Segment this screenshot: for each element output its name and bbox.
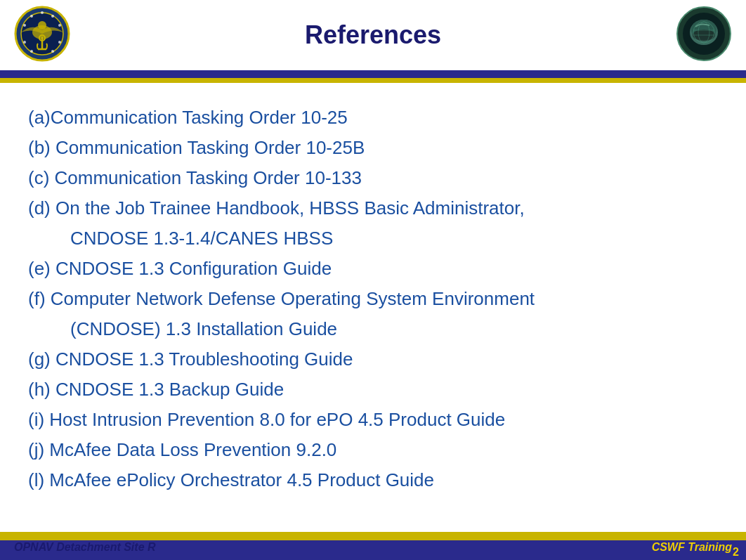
ref-item-a: (a)Communication Tasking Order 10-25 <box>28 104 718 131</box>
ref-item-f: (f) Computer Network Defense Operating S… <box>28 285 718 313</box>
helmet-logo <box>676 6 732 62</box>
ref-item-e: (e) CNDOSE 1.3 Configuration Guide <box>28 255 718 282</box>
header: References <box>0 0 746 70</box>
ref-item-j: (j) McAfee Data Loss Prevention 9.2.0 <box>28 436 718 464</box>
ref-item-c: (c) Communication Tasking Order 10-133 <box>28 164 718 192</box>
ref-item-l: (l) McAfee ePolicy Orchestrator 4.5 Prod… <box>28 467 718 494</box>
references-content: (a)Communication Tasking Order 10-25 (b)… <box>0 83 746 532</box>
svg-point-12 <box>30 50 33 53</box>
ref-item-d: (d) On the Job Trainee Handbook, HBSS Ba… <box>28 195 718 222</box>
slide: References (a)Communi <box>0 0 746 560</box>
svg-point-10 <box>58 41 61 44</box>
ref-item-b: (b) Communication Tasking Order 10-25B <box>28 134 718 162</box>
ref-item-f2: (CNDOSE) 1.3 Installation Guide <box>28 315 718 343</box>
svg-point-13 <box>23 41 26 44</box>
ref-item-g: (g) CNDOSE 1.3 Troubleshooting Guide <box>28 346 718 373</box>
svg-point-15 <box>30 15 33 18</box>
footer: OPNAV Detachment Site R CSWF Training 2 <box>0 532 746 560</box>
svg-point-8 <box>51 15 54 18</box>
page-title: References <box>305 20 441 50</box>
svg-point-11 <box>51 50 54 53</box>
svg-point-7 <box>41 11 44 14</box>
header-divider <box>0 70 746 83</box>
footer-right-text: CSWF Training <box>652 538 732 554</box>
svg-point-3 <box>38 21 46 30</box>
ref-item-i: (i) Host Intrusion Prevention 8.0 for eP… <box>28 406 718 434</box>
svg-point-14 <box>23 24 26 27</box>
svg-point-9 <box>58 24 61 27</box>
footer-left-text: OPNAV Detachment Site R <box>14 538 156 554</box>
navy-seal-logo <box>14 6 70 62</box>
ref-item-h: (h) CNDOSE 1.3 Backup Guide <box>28 376 718 403</box>
ref-item-d2: CNDOSE 1.3-1.4/CANES HBSS <box>28 225 718 252</box>
page-number: 2 <box>733 546 739 559</box>
